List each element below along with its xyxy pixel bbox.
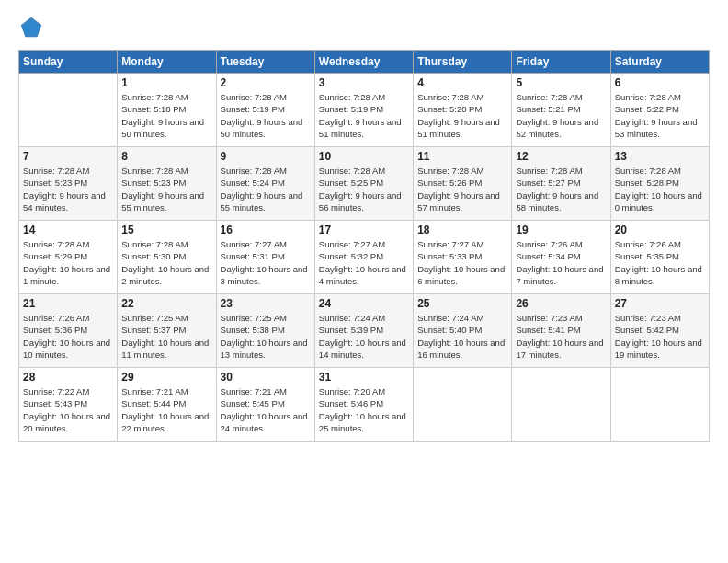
day-info: Sunrise: 7:26 AMSunset: 5:35 PMDaylight:… [615, 238, 705, 287]
day-info: Sunrise: 7:26 AMSunset: 5:36 PMDaylight:… [23, 312, 113, 361]
day-info: Sunrise: 7:25 AMSunset: 5:38 PMDaylight:… [221, 312, 311, 361]
header-row: SundayMondayTuesdayWednesdayThursdayFrid… [19, 51, 710, 74]
cell-3-0: 21Sunrise: 7:26 AMSunset: 5:36 PMDayligh… [19, 294, 118, 368]
day-number: 2 [221, 76, 311, 89]
cell-4-1: 29Sunrise: 7:21 AMSunset: 5:44 PMDayligh… [118, 368, 216, 442]
day-number: 18 [417, 224, 507, 236]
day-info: Sunrise: 7:28 AMSunset: 5:18 PMDaylight:… [121, 91, 211, 140]
cell-2-0: 14Sunrise: 7:28 AMSunset: 5:29 PMDayligh… [19, 221, 118, 294]
day-number: 26 [516, 297, 606, 310]
cell-3-2: 23Sunrise: 7:25 AMSunset: 5:38 PMDayligh… [216, 294, 314, 368]
day-info: Sunrise: 7:28 AMSunset: 5:19 PMDaylight:… [221, 91, 311, 140]
day-info: Sunrise: 7:28 AMSunset: 5:24 PMDaylight:… [221, 165, 311, 213]
cell-0-3: 3Sunrise: 7:28 AMSunset: 5:19 PMDaylight… [314, 74, 413, 147]
cell-2-6: 20Sunrise: 7:26 AMSunset: 5:35 PMDayligh… [610, 221, 709, 294]
day-number: 5 [516, 76, 606, 89]
day-info: Sunrise: 7:28 AMSunset: 5:21 PMDaylight:… [516, 91, 606, 140]
day-info: Sunrise: 7:28 AMSunset: 5:25 PMDaylight:… [319, 165, 409, 213]
cell-3-6: 27Sunrise: 7:23 AMSunset: 5:42 PMDayligh… [610, 294, 709, 368]
day-number: 8 [121, 150, 211, 163]
cell-1-0: 7Sunrise: 7:28 AMSunset: 5:23 PMDaylight… [19, 147, 118, 221]
day-info: Sunrise: 7:28 AMSunset: 5:20 PMDaylight:… [417, 91, 507, 140]
day-info: Sunrise: 7:23 AMSunset: 5:42 PMDaylight:… [615, 312, 705, 361]
day-info: Sunrise: 7:28 AMSunset: 5:28 PMDaylight:… [615, 165, 705, 213]
day-number: 16 [221, 224, 311, 236]
cell-4-6 [610, 368, 709, 442]
logo [18, 15, 48, 40]
day-number: 10 [319, 150, 409, 163]
day-info: Sunrise: 7:25 AMSunset: 5:37 PMDaylight:… [121, 312, 211, 361]
day-number: 6 [615, 76, 705, 89]
cell-1-6: 13Sunrise: 7:28 AMSunset: 5:28 PMDayligh… [610, 147, 709, 221]
cell-4-4 [414, 368, 512, 442]
day-number: 31 [319, 371, 409, 384]
header-tuesday: Tuesday [216, 51, 314, 74]
day-number: 22 [121, 297, 211, 310]
cell-1-1: 8Sunrise: 7:28 AMSunset: 5:23 PMDaylight… [118, 147, 216, 221]
cell-0-0 [19, 74, 118, 147]
cell-1-3: 10Sunrise: 7:28 AMSunset: 5:25 PMDayligh… [314, 147, 413, 221]
day-number: 9 [221, 150, 311, 163]
cell-3-1: 22Sunrise: 7:25 AMSunset: 5:37 PMDayligh… [118, 294, 216, 368]
day-info: Sunrise: 7:28 AMSunset: 5:27 PMDaylight:… [516, 165, 606, 213]
day-number: 21 [23, 297, 113, 310]
day-number: 3 [319, 76, 409, 89]
cell-2-5: 19Sunrise: 7:26 AMSunset: 5:34 PMDayligh… [512, 221, 610, 294]
day-number: 30 [221, 371, 311, 384]
cell-0-6: 6Sunrise: 7:28 AMSunset: 5:22 PMDaylight… [610, 74, 709, 147]
header-thursday: Thursday [414, 51, 512, 74]
day-info: Sunrise: 7:28 AMSunset: 5:22 PMDaylight:… [615, 91, 705, 140]
day-number: 1 [121, 76, 211, 89]
day-info: Sunrise: 7:27 AMSunset: 5:31 PMDaylight:… [221, 238, 311, 287]
week-row-3: 21Sunrise: 7:26 AMSunset: 5:36 PMDayligh… [19, 294, 710, 368]
cell-2-3: 17Sunrise: 7:27 AMSunset: 5:32 PMDayligh… [314, 221, 413, 294]
day-number: 23 [221, 297, 311, 310]
day-number: 27 [615, 297, 705, 310]
cell-0-2: 2Sunrise: 7:28 AMSunset: 5:19 PMDaylight… [216, 74, 314, 147]
day-number: 28 [23, 371, 113, 384]
day-number: 15 [121, 224, 211, 236]
cell-1-4: 11Sunrise: 7:28 AMSunset: 5:26 PMDayligh… [414, 147, 512, 221]
day-number: 4 [417, 76, 507, 89]
cell-1-5: 12Sunrise: 7:28 AMSunset: 5:27 PMDayligh… [512, 147, 610, 221]
day-info: Sunrise: 7:27 AMSunset: 5:33 PMDaylight:… [417, 238, 507, 287]
day-info: Sunrise: 7:27 AMSunset: 5:32 PMDaylight:… [319, 238, 409, 287]
day-info: Sunrise: 7:22 AMSunset: 5:43 PMDaylight:… [23, 385, 113, 434]
header-saturday: Saturday [610, 51, 709, 74]
cell-2-1: 15Sunrise: 7:28 AMSunset: 5:30 PMDayligh… [118, 221, 216, 294]
header-friday: Friday [512, 51, 610, 74]
day-info: Sunrise: 7:28 AMSunset: 5:30 PMDaylight:… [121, 238, 211, 287]
week-row-4: 28Sunrise: 7:22 AMSunset: 5:43 PMDayligh… [19, 368, 710, 442]
day-number: 29 [121, 371, 211, 384]
week-row-1: 7Sunrise: 7:28 AMSunset: 5:23 PMDaylight… [19, 147, 710, 221]
day-info: Sunrise: 7:24 AMSunset: 5:40 PMDaylight:… [417, 312, 507, 361]
cell-3-4: 25Sunrise: 7:24 AMSunset: 5:40 PMDayligh… [414, 294, 512, 368]
cell-3-5: 26Sunrise: 7:23 AMSunset: 5:41 PMDayligh… [512, 294, 610, 368]
day-number: 20 [615, 224, 705, 236]
header [18, 15, 710, 40]
day-number: 24 [319, 297, 409, 310]
day-number: 17 [319, 224, 409, 236]
day-number: 12 [516, 150, 606, 163]
day-info: Sunrise: 7:20 AMSunset: 5:46 PMDaylight:… [319, 385, 409, 434]
day-number: 25 [417, 297, 507, 310]
cell-4-5 [512, 368, 610, 442]
cell-0-1: 1Sunrise: 7:28 AMSunset: 5:18 PMDaylight… [118, 74, 216, 147]
cell-2-2: 16Sunrise: 7:27 AMSunset: 5:31 PMDayligh… [216, 221, 314, 294]
header-monday: Monday [118, 51, 216, 74]
day-number: 7 [23, 150, 113, 163]
week-row-2: 14Sunrise: 7:28 AMSunset: 5:29 PMDayligh… [19, 221, 710, 294]
day-info: Sunrise: 7:28 AMSunset: 5:23 PMDaylight:… [23, 165, 113, 213]
day-number: 19 [516, 224, 606, 236]
page-container: SundayMondayTuesdayWednesdayThursdayFrid… [0, 0, 728, 451]
cell-0-5: 5Sunrise: 7:28 AMSunset: 5:21 PMDaylight… [512, 74, 610, 147]
day-number: 13 [615, 150, 705, 163]
cell-0-4: 4Sunrise: 7:28 AMSunset: 5:20 PMDaylight… [414, 74, 512, 147]
day-info: Sunrise: 7:28 AMSunset: 5:26 PMDaylight:… [417, 165, 507, 213]
cell-4-2: 30Sunrise: 7:21 AMSunset: 5:45 PMDayligh… [216, 368, 314, 442]
cell-4-0: 28Sunrise: 7:22 AMSunset: 5:43 PMDayligh… [19, 368, 118, 442]
calendar-table: SundayMondayTuesdayWednesdayThursdayFrid… [18, 50, 710, 442]
cell-2-4: 18Sunrise: 7:27 AMSunset: 5:33 PMDayligh… [414, 221, 512, 294]
header-wednesday: Wednesday [314, 51, 413, 74]
day-number: 11 [417, 150, 507, 163]
